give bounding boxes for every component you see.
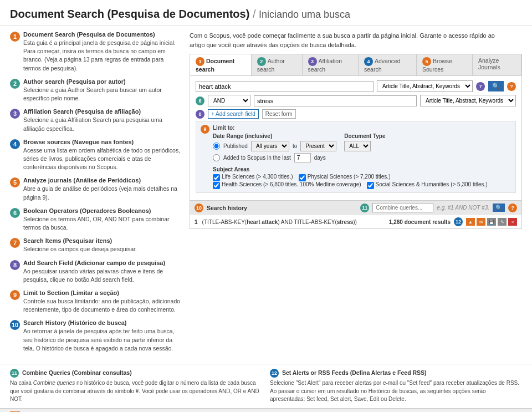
days-input[interactable]	[294, 153, 311, 162]
search-field-select-1[interactable]: Article Title, Abstract, Keywords	[377, 80, 473, 92]
subject-health-sciences-label: Health Sciences (> 6,800 titles. 100% Me…	[222, 181, 361, 187]
footer-label-12: Set Alerts or RSS Feeds (Defina Alertas …	[282, 369, 427, 376]
section-badge-3: 3	[10, 109, 20, 119]
search-button[interactable]: 🔍	[488, 81, 504, 91]
help-button-1[interactable]: ?	[507, 82, 516, 91]
doctype-select[interactable]: ALL	[344, 141, 371, 151]
search-input-2[interactable]	[254, 95, 417, 106]
search-history-label: Search history	[207, 205, 247, 211]
section-title-9: Limit to Section (Limitar a seção)	[23, 289, 182, 296]
intro-line1: Com o Scopus, você pode começar facilmen…	[190, 32, 495, 39]
subject-health-sciences-check[interactable]	[213, 182, 220, 189]
section-content-2: Author search (Pesquisa por autor) Selec…	[23, 78, 182, 103]
section-body-1: Esta guia é a principal janela de pesqui…	[23, 39, 182, 73]
section-badge-9: 9	[10, 290, 20, 300]
section-content-1: Document Search (Pesquisa de Documentos)…	[23, 31, 182, 73]
search-row-2: 6 AND OR AND NOT Article Title, Abstract…	[196, 95, 516, 106]
section-body-6: Selecione os termos AND, OR, AND NOT par…	[23, 215, 182, 232]
badge-6: 6	[196, 96, 204, 105]
search-field-select-2[interactable]: Article Title, Abstract, Keywords	[420, 95, 516, 106]
feed-icon[interactable]: ▲	[466, 218, 475, 226]
section-badge-6: 6	[10, 208, 20, 218]
section-badge-5: 5	[10, 177, 20, 187]
section-body-4: Acesse uma lista em ordem alfabética de …	[23, 146, 182, 172]
tab-affiliation-search[interactable]: 3Affiliation search	[303, 54, 359, 75]
published-radio[interactable]	[213, 143, 220, 150]
combine-queries-input[interactable]	[372, 203, 433, 212]
section-content-7: Search Items (Pesquisar itens) Selecione…	[23, 237, 182, 253]
save-icon[interactable]: 💾	[487, 218, 496, 226]
help-button-combine[interactable]: ?	[508, 204, 517, 212]
footer-item-11: 11 Combine Queries (Combinar consultas) …	[10, 369, 262, 404]
tab-browse-sources[interactable]: 5Browse Sources	[417, 54, 473, 75]
footer-title-12: 12 Set Alerts or RSS Feeds (Defina Alert…	[270, 369, 522, 378]
section-title-4: Browse sources (Navegue nas fontes)	[23, 139, 182, 145]
combine-search-button[interactable]: 🔍	[493, 204, 505, 212]
tab-num-4: 4	[364, 57, 373, 66]
alert-icon[interactable]: ✉	[477, 218, 485, 226]
tab-num-3: 3	[308, 57, 317, 66]
subject-social-sciences: Social Sciences & Humanities (> 5,300 ti…	[367, 181, 488, 189]
tab-analyze-journals[interactable]: Analyze Journals	[473, 54, 521, 75]
footer-badge-11: 11	[10, 369, 19, 378]
search-input-1[interactable]	[196, 81, 374, 92]
footer-item-12: 12 Set Alerts or RSS Feeds (Defina Alert…	[270, 369, 522, 404]
section-badge-8: 8	[10, 260, 20, 270]
footer-label-11: Combine Queries (Combinar consultas)	[22, 369, 132, 376]
add-search-field-button[interactable]: + Add search field	[208, 109, 259, 119]
footer-body-11: Na caixa Combine queries no histórico de…	[10, 379, 262, 404]
section-title-8: Add Search Field (Adicionar campo de pes…	[23, 260, 182, 266]
delete-icon[interactable]: ×	[508, 218, 517, 226]
section-title-3: Affiliation Search (Pesquisa de afiliaçã…	[23, 108, 182, 115]
page-title: Document Search (Pesquisa de Documentos)…	[10, 8, 522, 21]
doctype-label: Document Type	[344, 133, 385, 139]
tab-document-search[interactable]: 1Document search	[190, 54, 252, 75]
section-title-10: Search History (Histórico de busca)	[23, 319, 182, 326]
subject-physical-sciences: Physical Sciences (> 7,200 titles.)	[299, 174, 391, 181]
tab-author-search[interactable]: 2Author search	[252, 54, 303, 75]
section-body-10: Ao retornar à janela de pesquisa após te…	[23, 327, 182, 353]
main-content: 1 Document Search (Pesquisa de Documento…	[0, 26, 532, 364]
section-1: 1 Document Search (Pesquisa de Documento…	[10, 31, 182, 73]
limit-section: 9 Limit to: Date Range (inclusive) Publi…	[196, 121, 516, 193]
operator-select[interactable]: AND OR AND NOT	[208, 95, 250, 106]
title-slash: /	[253, 8, 259, 20]
section-title-7: Search Items (Pesquisar itens)	[23, 237, 182, 244]
to-year-select[interactable]: Present	[300, 141, 336, 151]
search-row-1: Article Title, Abstract, Keywords 7 🔍 ?	[196, 80, 516, 92]
footer-body-12: Selecione "Set Alert" para receber alert…	[270, 379, 522, 404]
section-content-5: Analyze journals (Análise de Periódicos)…	[23, 177, 182, 201]
header: Document Search (Pesquisa de Documentos)…	[0, 0, 532, 26]
intro-text: Com o Scopus, você pode começar facilmen…	[190, 31, 522, 49]
combine-example: e.g. #1 AND NOT #3.	[437, 205, 489, 211]
reset-form-button[interactable]: Reset form	[262, 109, 296, 119]
subject-life-sciences-check[interactable]	[213, 174, 220, 181]
right-column: Com o Scopus, você pode começar facilmen…	[190, 31, 522, 358]
badge-7: 7	[476, 82, 485, 91]
years-select[interactable]: All years	[251, 141, 289, 151]
section-title-2: Author search (Pesquisa por autor)	[23, 78, 182, 85]
to-label: to	[293, 143, 297, 149]
section-title-1: Document Search (Pesquisa de Documentos)	[23, 31, 182, 38]
subject-areas-label: Subject Areas	[213, 166, 511, 172]
search-ui: 1Document search 2Author search 3Affilia…	[190, 54, 522, 229]
date-range-label: Date Range (inclusive)	[213, 133, 336, 139]
search-history-bar: 10 Search history 11 e.g. #1 AND NOT #3.…	[190, 200, 521, 215]
section-badge-10: 10	[10, 320, 20, 330]
edit-icon[interactable]: ✎	[498, 218, 507, 226]
badge-9: 9	[201, 125, 209, 134]
section-body-3: Selecione a guia Affiliation Search para…	[23, 116, 182, 133]
section-2: 2 Author search (Pesquisa por autor) Sel…	[10, 78, 182, 103]
added-radio[interactable]	[213, 154, 220, 161]
subject-physical-sciences-check[interactable]	[299, 174, 306, 181]
published-label: Published	[223, 143, 248, 149]
page-wrapper: Document Search (Pesquisa de Documentos)…	[0, 0, 532, 412]
section-9: 9 Limit to Section (Limitar a seção) Con…	[10, 289, 182, 314]
subject-health-sciences: Health Sciences (> 6,800 titles. 100% Me…	[213, 181, 361, 189]
subject-social-sciences-check[interactable]	[367, 182, 374, 189]
section-body-9: Controle sua busca limitando: ano de pub…	[23, 297, 182, 314]
tab-num-2: 2	[257, 57, 266, 66]
badge-8: 8	[196, 110, 204, 119]
tab-advanced-search[interactable]: 4Advanced search	[359, 54, 417, 75]
section-badge-2: 2	[10, 79, 20, 89]
